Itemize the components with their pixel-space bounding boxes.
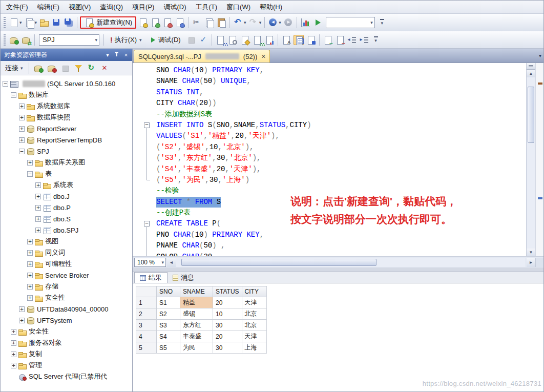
sql-editor[interactable]: SNO CHAR(10) PRIMARY KEY,SNAME CHAR(50) … bbox=[133, 63, 544, 256]
tree-item[interactable]: +数据库快照 bbox=[1, 112, 132, 123]
refresh-icon[interactable] bbox=[86, 63, 97, 74]
grid-cell[interactable]: S3 bbox=[157, 320, 180, 331]
tree-item[interactable]: +系统数据库 bbox=[1, 100, 132, 112]
tab-messages[interactable]: 消息 bbox=[168, 272, 199, 283]
tree-expander-icon[interactable]: + bbox=[19, 318, 25, 323]
dropdown-arrow-icon[interactable]: ▾ bbox=[279, 20, 281, 25]
grid-column-header[interactable]: SNO bbox=[157, 286, 180, 297]
row-number-cell[interactable]: 1 bbox=[136, 297, 157, 308]
database-engine-query-icon[interactable] bbox=[137, 17, 149, 28]
grid-cell[interactable]: 天津 bbox=[242, 331, 266, 342]
parse-icon[interactable] bbox=[198, 34, 209, 46]
decrease-indent-icon[interactable] bbox=[347, 34, 358, 46]
scroll-right-icon[interactable]: ▸ bbox=[527, 258, 535, 267]
tree-item[interactable]: +dbo.S bbox=[1, 213, 132, 224]
sql-toolbar-overflow[interactable]: ▾ bbox=[372, 34, 380, 46]
grid-cell[interactable]: 20 bbox=[213, 331, 242, 342]
grid-cell[interactable]: S1 bbox=[157, 297, 180, 308]
grid-cell[interactable]: 20 bbox=[213, 297, 242, 308]
tree-item[interactable]: +安全性 bbox=[1, 292, 132, 303]
zoom-selector[interactable]: 100 % ▾ bbox=[134, 258, 166, 267]
tab-list-dropdown-icon[interactable]: ▾ bbox=[539, 53, 541, 58]
connect-query-icon[interactable] bbox=[8, 34, 19, 46]
dropdown-arrow-icon[interactable]: ▾ bbox=[259, 20, 262, 25]
grid-cell[interactable]: S2 bbox=[157, 308, 180, 320]
row-number-cell[interactable]: 2 bbox=[136, 308, 157, 320]
debug-button[interactable]: 调试(D) bbox=[147, 34, 184, 46]
tree-expander-icon[interactable]: + bbox=[27, 284, 33, 290]
grid-column-header[interactable]: SNAME bbox=[180, 286, 213, 297]
dropdown-arrow-icon[interactable]: ▾ bbox=[35, 20, 37, 25]
close-icon[interactable]: × bbox=[122, 51, 130, 59]
pane-splitter[interactable] bbox=[133, 267, 544, 272]
horizontal-scrollbar-thumb[interactable] bbox=[181, 259, 376, 266]
tree-expander-icon[interactable]: + bbox=[19, 126, 25, 132]
tree-expander-icon[interactable]: + bbox=[27, 239, 33, 244]
results-to-file-icon[interactable] bbox=[305, 34, 317, 46]
tree-item[interactable]: +dbo.J bbox=[1, 191, 132, 202]
undo-icon[interactable]: ▾ bbox=[233, 17, 247, 28]
vertical-scrollbar-thumb[interactable] bbox=[528, 87, 534, 143]
grid-cell[interactable]: 北京 bbox=[242, 308, 266, 320]
save-all-icon[interactable] bbox=[63, 17, 74, 28]
tree-expander-icon[interactable]: + bbox=[11, 340, 16, 346]
scroll-down-icon[interactable]: ▼ bbox=[527, 249, 535, 256]
grid-cell[interactable]: 为民 bbox=[180, 342, 213, 354]
find-combo[interactable]: ▾ bbox=[326, 17, 375, 28]
pin-icon[interactable] bbox=[113, 51, 121, 59]
tree-expander-icon[interactable]: + bbox=[27, 250, 33, 256]
tree-item[interactable]: +ReportServerTempDB bbox=[1, 134, 132, 146]
tree-expander-icon[interactable]: + bbox=[19, 306, 25, 312]
grid-cell[interactable]: 天津 bbox=[242, 297, 266, 308]
tree-expander-icon[interactable]: − bbox=[19, 149, 25, 154]
scroll-left-icon[interactable]: ◂ bbox=[167, 258, 176, 267]
menu-item[interactable]: 窗口(W) bbox=[222, 1, 255, 13]
tree-item[interactable]: +系统表 bbox=[1, 179, 132, 191]
tree-item[interactable]: +Service Broker bbox=[1, 270, 132, 281]
activity-monitor-icon[interactable] bbox=[300, 17, 311, 28]
tree-expander-icon[interactable]: − bbox=[27, 171, 33, 177]
filter-icon[interactable] bbox=[73, 63, 84, 74]
tree-item[interactable]: +ReportServer bbox=[1, 123, 132, 134]
include-actual-plan-icon[interactable] bbox=[252, 34, 263, 46]
tree-item[interactable]: +同义词 bbox=[1, 247, 132, 258]
tree-item[interactable]: +UFTSystem bbox=[1, 315, 132, 326]
navigate-forward-icon[interactable] bbox=[283, 17, 294, 28]
grid-cell[interactable]: 精益 bbox=[180, 297, 213, 308]
display-estimated-plan-icon[interactable] bbox=[215, 34, 226, 46]
results-to-grid-icon[interactable] bbox=[293, 34, 304, 46]
tree-item[interactable]: +可编程性 bbox=[1, 258, 132, 270]
menu-item[interactable]: 项目(P) bbox=[128, 1, 159, 13]
tree-expander-icon[interactable]: + bbox=[27, 295, 33, 301]
analysis-services-xmla-query-icon[interactable] bbox=[174, 17, 185, 28]
grid-corner-cell[interactable] bbox=[136, 286, 157, 297]
object-explorer-title-bar[interactable]: 对象资源管理器 ▾ × bbox=[1, 49, 132, 61]
scroll-up-icon[interactable]: ▲ bbox=[527, 70, 535, 77]
menu-item[interactable]: 编辑(E) bbox=[33, 1, 64, 13]
menu-item[interactable]: 文件(F) bbox=[2, 1, 33, 13]
fold-collapse-icon[interactable]: − bbox=[144, 221, 150, 226]
tree-expander-icon[interactable]: + bbox=[35, 228, 41, 233]
tree-expander-icon[interactable]: + bbox=[19, 104, 25, 109]
copy-icon[interactable] bbox=[203, 17, 215, 28]
window-position-icon[interactable]: ▾ bbox=[103, 51, 112, 59]
menu-item[interactable]: 调试(D) bbox=[159, 1, 191, 13]
stop-icon[interactable] bbox=[59, 63, 71, 74]
execute-button[interactable]: !执行(X)▾ bbox=[107, 34, 145, 46]
tree-expander-icon[interactable]: + bbox=[19, 137, 25, 143]
dropdown-arrow-icon[interactable]: ▾ bbox=[244, 20, 246, 25]
row-number-cell[interactable]: 5 bbox=[136, 342, 157, 354]
tree-expander-icon[interactable]: − bbox=[11, 92, 16, 98]
tree-expander-icon[interactable]: + bbox=[11, 352, 16, 357]
tree-expander-icon[interactable]: + bbox=[35, 194, 41, 199]
new-item-icon[interactable]: ▾ bbox=[8, 17, 23, 28]
tree-item[interactable]: +存储 bbox=[1, 281, 132, 292]
cut-icon[interactable] bbox=[191, 17, 202, 28]
paste-icon[interactable] bbox=[216, 17, 227, 28]
results-to-text-icon[interactable] bbox=[281, 34, 292, 46]
tree-expander-icon[interactable]: + bbox=[35, 216, 41, 222]
redo-icon[interactable]: ▾ bbox=[248, 17, 262, 28]
query-options-icon[interactable] bbox=[227, 34, 238, 46]
increase-indent-icon[interactable] bbox=[359, 34, 370, 46]
standard-toolbar-overflow[interactable]: ▾ bbox=[378, 16, 386, 29]
